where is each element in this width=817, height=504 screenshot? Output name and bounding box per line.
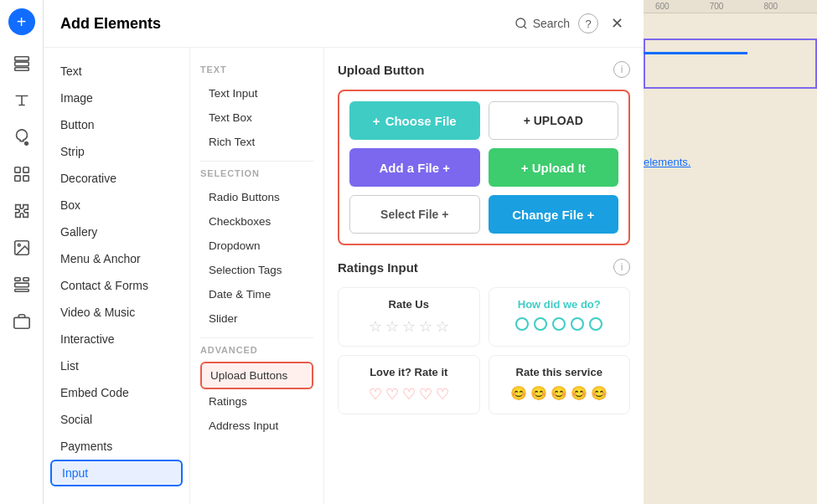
category-list[interactable]: List [44,352,189,379]
image-icon[interactable] [5,231,39,265]
canvas-content: elements. [644,39,817,504]
category-image[interactable]: Image [44,85,189,111]
select-file-button[interactable]: Select File + [349,195,480,234]
how-did-we-do-card[interactable]: How did we do? [489,287,631,347]
love-it-hearts-card[interactable]: Love it? Rate it ♡ ♡ ♡ ♡ ♡ [338,355,480,414]
upload-info-label: i [621,64,623,75]
puzzle-icon[interactable] [5,194,39,228]
subcategory-dropdown[interactable]: Dropdown [200,234,313,258]
heart-4: ♡ [419,385,432,404]
advanced-section-title: ADVANCED [200,345,313,355]
star-1: ☆ [369,317,382,336]
category-list: Text Image Button Strip Decorative Box G… [44,48,190,504]
subcategory-radio-buttons[interactable]: Radio Buttons [200,185,313,209]
subcategory-slider[interactable]: Slider [200,306,313,331]
apps-icon[interactable] [5,157,39,191]
search-label: Search [533,17,570,30]
rate-us-stars-card[interactable]: Rate Us ☆ ☆ ☆ ☆ ☆ [338,287,480,347]
svg-point-9 [18,244,20,246]
change-file-button[interactable]: Change File + [489,195,619,234]
subcategory-address-input[interactable]: Address Input [200,414,313,438]
canvas-area: 600 700 800 elements. [644,0,817,504]
ruler-marks: 600 700 800 [644,2,817,11]
heart-3: ♡ [402,385,416,404]
choose-file-label: Choose File [385,114,457,128]
canvas-link[interactable]: elements. [644,156,690,168]
text-icon[interactable] [5,84,39,117]
circle-1 [515,317,529,331]
category-strip[interactable]: Strip [44,138,189,165]
category-decorative[interactable]: Decorative [44,165,189,192]
paint-icon[interactable] [5,121,39,154]
category-video-music[interactable]: Video & Music [44,299,189,326]
category-gallery[interactable]: Gallery [44,219,189,245]
emoji-1: 😊 [510,385,527,401]
subcategory-ratings[interactable]: Ratings [200,389,313,414]
panel-body: Text Image Button Strip Decorative Box G… [44,48,644,504]
emoji-3: 😊 [551,385,567,401]
svg-rect-11 [23,278,28,281]
subcategory-date-time[interactable]: Date & Time [200,282,313,306]
category-contact-forms[interactable]: Contact & Forms [44,272,189,299]
ratings-info-icon[interactable]: i [613,259,630,275]
category-embed-code[interactable]: Embed Code [44,379,189,406]
emoji-4: 😊 [571,385,587,401]
ratings-grid: Rate Us ☆ ☆ ☆ ☆ ☆ How did we do? [338,287,630,414]
briefcase-icon[interactable] [5,305,39,338]
canvas-box [644,39,817,89]
upload-section-header: Upload Button i [338,61,630,78]
emoji-row: 😊 😊 😊 😊 😊 [510,385,608,401]
rate-us-label: Rate Us [389,298,429,311]
category-text[interactable]: Text [44,58,189,85]
upload-section-title: Upload Button [338,63,424,77]
subcategory-upload-buttons[interactable]: Upload Buttons [200,362,313,389]
svg-rect-0 [14,57,28,61]
canvas-text: elements. [644,156,817,168]
rate-service-emoji-card[interactable]: Rate this service 😊 😊 😊 😊 😊 [489,355,631,414]
category-menu-anchor[interactable]: Menu & Anchor [44,245,189,272]
help-button[interactable]: ? [578,13,598,33]
upload-it-button[interactable]: + Upload It [489,148,619,187]
search-button[interactable]: Search [515,17,570,30]
choose-file-button[interactable]: + Choose File [349,101,480,140]
circle-3 [552,317,566,331]
grid-icon[interactable] [5,268,39,301]
subcategory-text-box[interactable]: Text Box [200,105,313,130]
category-payments[interactable]: Payments [44,433,189,460]
panel-title: Add Elements [60,15,506,33]
ruler-800: 800 [763,2,778,11]
star-4: ☆ [419,317,432,336]
star-5: ☆ [436,317,449,336]
love-it-label: Love it? Rate it [370,366,447,378]
change-file-label: Change File + [512,208,594,222]
category-interactive[interactable]: Interactive [44,326,189,352]
stars-row: ☆ ☆ ☆ ☆ ☆ [369,317,449,336]
upload-buttons-grid: + Choose File + UPLOAD Add a File + + Up… [338,90,630,245]
blue-top-bar [644,52,817,54]
help-label: ? [585,18,591,30]
subcategory-rich-text[interactable]: Rich Text [200,130,313,154]
category-button[interactable]: Button [44,111,189,138]
svg-rect-13 [14,290,28,292]
svg-rect-14 [13,317,28,328]
subcategory-selection-tags[interactable]: Selection Tags [200,258,313,282]
svg-point-3 [24,142,28,146]
add-file-button[interactable]: Add a File + [349,148,480,187]
subcategory-checkboxes[interactable]: Checkboxes [200,209,313,234]
upload-info-icon[interactable]: i [613,61,630,78]
canvas-ruler: 600 700 800 [644,0,817,13]
close-button[interactable]: ✕ [607,13,627,33]
add-button[interactable]: + [8,8,35,35]
category-social[interactable]: Social [44,406,189,433]
upload-button[interactable]: + UPLOAD [489,101,619,140]
svg-point-15 [516,18,525,28]
upload-label: + UPLOAD [524,114,583,127]
svg-rect-2 [14,68,28,71]
subcategory-text-input[interactable]: Text Input [200,81,313,105]
rate-service-label: Rate this service [516,366,602,378]
pages-icon[interactable] [5,47,39,80]
category-box[interactable]: Box [44,192,189,219]
category-input[interactable]: Input [50,460,183,486]
content-area: Upload Button i + Choose File + UPLOAD A… [324,48,644,504]
icon-bar: + [0,0,44,504]
